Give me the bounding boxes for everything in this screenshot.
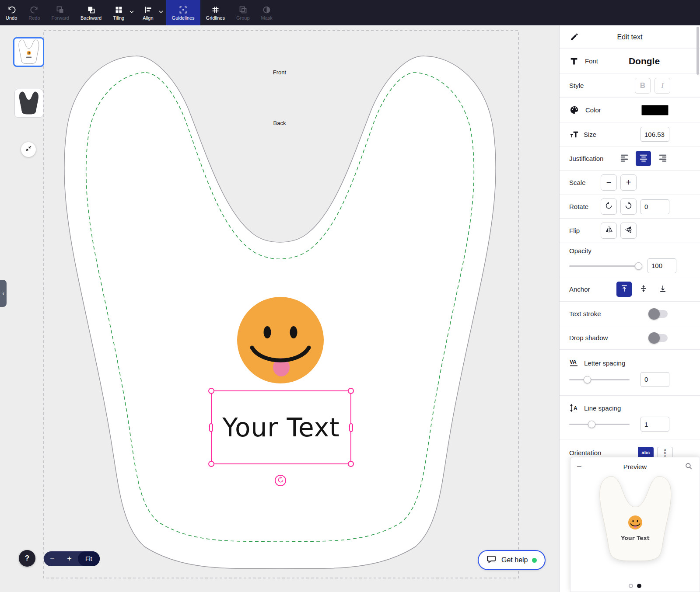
italic-button[interactable]: I <box>654 78 670 94</box>
zoom-in-button[interactable]: + <box>61 551 78 566</box>
undo-icon <box>7 5 16 14</box>
resize-handle-middle-right[interactable] <box>349 423 353 432</box>
rotate-ccw-button[interactable] <box>601 198 617 215</box>
page-thumbnail-front[interactable] <box>13 37 44 67</box>
scale-down-button[interactable]: − <box>601 174 617 191</box>
mask-icon <box>262 5 271 14</box>
rotate-cw-icon <box>624 202 633 212</box>
align-left-icon <box>620 153 629 164</box>
size-row: Size <box>560 122 700 146</box>
bold-button[interactable]: B <box>635 78 651 94</box>
magnifier-icon <box>685 465 693 471</box>
bring-forward-icon <box>56 5 65 14</box>
font-size-icon <box>569 129 579 139</box>
smiley-artwork[interactable] <box>237 297 324 383</box>
color-swatch[interactable] <box>641 105 668 115</box>
justify-left-button[interactable] <box>616 151 632 166</box>
align-icon <box>144 5 153 14</box>
line-spacing-label: Line spacing <box>584 404 621 412</box>
resize-handle-bottom-right[interactable] <box>348 461 354 467</box>
rotate-ccw-icon <box>605 202 613 212</box>
palette-icon <box>569 105 579 115</box>
flip-vertical-button[interactable] <box>620 223 637 239</box>
anchor-top-button[interactable] <box>616 282 632 297</box>
front-thumbnail-graphic <box>15 38 42 66</box>
drop-shadow-toggle[interactable] <box>649 334 668 342</box>
resize-handle-bottom-left[interactable] <box>208 461 214 467</box>
scale-up-button[interactable]: + <box>620 174 637 191</box>
rotate-handle[interactable] <box>275 475 286 486</box>
preview-zoom-button[interactable] <box>684 462 693 471</box>
justify-right-button[interactable] <box>655 151 670 166</box>
design-canvas[interactable]: Your Text Front Back <box>0 25 559 592</box>
resize-handle-middle-left[interactable] <box>209 423 213 432</box>
font-select[interactable]: Dongle <box>598 56 690 66</box>
zoom-out-button[interactable]: − <box>44 551 61 566</box>
line-spacing-row: A Line spacing <box>560 396 700 439</box>
preview-dot-1[interactable] <box>629 584 633 588</box>
line-spacing-input[interactable] <box>640 417 669 432</box>
resize-handle-top-left[interactable] <box>208 388 214 394</box>
tiling-dropdown-chevron[interactable] <box>126 0 137 25</box>
anchor-middle-button[interactable] <box>636 282 651 297</box>
collapse-arrows-icon <box>24 145 32 154</box>
gridlines-icon <box>211 5 220 14</box>
anchor-label: Anchor <box>569 286 590 293</box>
zoom-controls: − + Fit <box>44 551 100 566</box>
size-input[interactable] <box>640 127 669 142</box>
justification-label: Justification <box>569 155 603 162</box>
justify-center-button[interactable] <box>636 151 651 166</box>
collapse-thumbnails-button[interactable] <box>21 142 36 157</box>
color-label: Color <box>585 106 601 114</box>
design-text[interactable]: Your Text <box>222 413 340 442</box>
mask-button: Mask <box>256 0 278 25</box>
letter-spacing-slider[interactable] <box>569 376 630 383</box>
undo-button[interactable]: Undo <box>0 0 23 25</box>
collapse-panel-left-tab[interactable]: ‹ <box>0 280 7 307</box>
zoom-fit-button[interactable]: Fit <box>78 551 100 566</box>
letter-spacing-input[interactable] <box>640 372 669 387</box>
guidelines-toggle-button[interactable]: Guidelines <box>166 0 200 25</box>
group-icon <box>238 5 248 14</box>
letter-spacing-row: VA Letter spacing <box>560 350 700 396</box>
letter-spacing-slider-knob[interactable] <box>584 376 591 383</box>
send-backward-button[interactable]: Backward <box>75 0 107 25</box>
drop-shadow-label: Drop shadow <box>569 334 608 341</box>
opacity-slider-knob[interactable] <box>635 262 642 270</box>
question-mark-icon: ? <box>25 554 29 563</box>
opacity-slider[interactable] <box>569 262 640 269</box>
line-spacing-slider[interactable] <box>569 421 630 428</box>
line-spacing-icon: A <box>569 403 580 413</box>
anchor-bottom-button[interactable] <box>655 282 670 297</box>
panel-scrollbar[interactable] <box>696 27 699 75</box>
opacity-input[interactable] <box>648 258 676 273</box>
align-dropdown-chevron[interactable] <box>156 0 166 25</box>
online-status-dot <box>532 558 537 563</box>
edit-text-header[interactable]: Edit text <box>560 25 700 49</box>
svg-text:A: A <box>574 405 578 411</box>
style-label: Style <box>569 82 584 89</box>
color-row: Color <box>560 98 700 122</box>
rotate-input[interactable] <box>640 199 669 214</box>
font-label: Font <box>585 57 598 65</box>
anchor-bottom-icon <box>658 284 667 294</box>
redo-icon <box>30 5 39 14</box>
flip-label: Flip <box>569 227 601 234</box>
rotate-label: Rotate <box>569 203 601 210</box>
size-label: Size <box>584 131 596 138</box>
preview-pagination <box>570 584 700 588</box>
resize-handle-top-right[interactable] <box>348 388 354 394</box>
gridlines-toggle-button[interactable]: Gridlines <box>200 0 231 25</box>
help-button[interactable]: ? <box>19 550 35 567</box>
text-stroke-toggle[interactable] <box>649 310 668 318</box>
font-row: Font Dongle <box>560 49 700 73</box>
page-thumbnail-back[interactable] <box>14 89 43 118</box>
preview-minimize-button[interactable]: − <box>577 462 586 472</box>
preview-body: Your Text <box>570 474 700 570</box>
get-help-button[interactable]: Get help <box>478 550 546 570</box>
selected-text-element[interactable]: Your Text <box>211 390 351 464</box>
preview-dot-2[interactable] <box>637 584 641 588</box>
flip-horizontal-button[interactable] <box>601 223 617 239</box>
rotate-cw-button[interactable] <box>620 198 637 215</box>
line-spacing-slider-knob[interactable] <box>588 421 595 428</box>
